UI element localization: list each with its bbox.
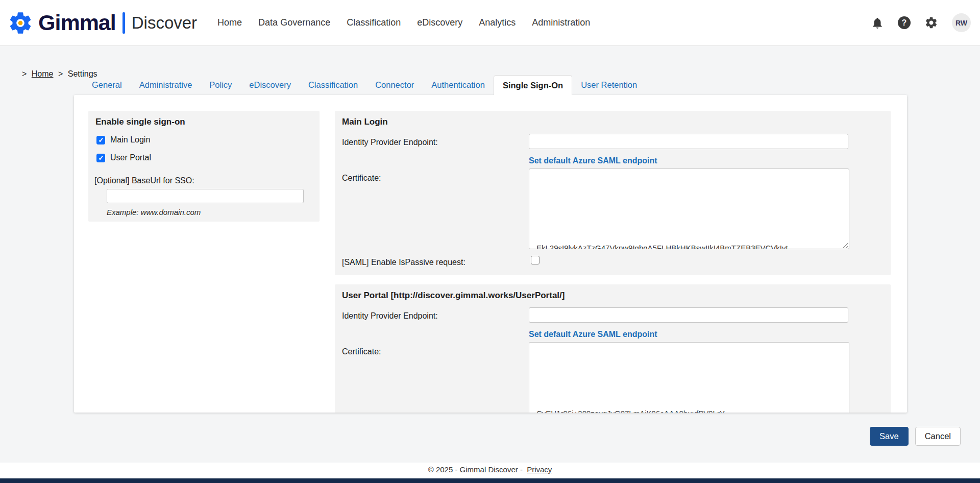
save-button[interactable]: Save (870, 427, 909, 446)
help-icon[interactable]: ? (898, 16, 911, 29)
tab-connector[interactable]: Connector (366, 75, 423, 95)
user-portal-certificate-textarea[interactable]: CyEH1r96i+309zevqJyG87LmAiK96cAAA9buufPV… (529, 342, 849, 413)
nav-item-ediscovery[interactable]: eDiscovery (417, 17, 462, 28)
nav-item-classification[interactable]: Classification (347, 17, 401, 28)
tab-policy[interactable]: Policy (201, 75, 240, 95)
nav-item-administration[interactable]: Administration (532, 17, 590, 28)
user-avatar[interactable]: RW (952, 13, 971, 32)
ispassive-checkbox[interactable] (531, 256, 540, 264)
tab-classification[interactable]: Classification (300, 75, 366, 95)
user-portal-endpoint-input[interactable] (529, 307, 848, 323)
brand-separator (122, 12, 125, 34)
enable-sso-title: Enable single sign-on (95, 117, 185, 127)
footer-copyright: © 2025 - Gimmal Discover - Privacy (0, 463, 980, 478)
tab-general[interactable]: General (83, 75, 131, 95)
user-portal-title: User Portal [http://discover.gimmal.work… (342, 291, 565, 301)
user-portal-checkbox[interactable] (96, 154, 105, 162)
brand-name: Gimmal (38, 10, 116, 35)
main-login-endpoint-label: Identity Provider Endpoint: (342, 138, 438, 147)
notifications-bell-icon[interactable] (871, 16, 884, 30)
tab-single-sign-on[interactable]: Single Sign-On (494, 75, 572, 95)
page-footer: © 2025 - Gimmal Discover - Privacy (0, 463, 980, 483)
cancel-button[interactable]: Cancel (915, 427, 961, 446)
main-login-checkbox[interactable] (96, 136, 105, 144)
footer-accent-bar (0, 478, 980, 483)
baseurl-input[interactable] (107, 189, 304, 203)
brand-product: Discover (132, 13, 197, 33)
baseurl-label: [Optional] BaseUrl for SSO: (94, 176, 194, 185)
app-header: Gimmal Discover Home Data Governance Cla… (0, 0, 980, 46)
tab-user-retention[interactable]: User Retention (572, 75, 646, 95)
settings-gear-icon[interactable] (924, 16, 938, 30)
user-portal-endpoint-label: Identity Provider Endpoint: (342, 311, 438, 321)
textarea-resize-handle[interactable] (842, 242, 848, 248)
privacy-link[interactable]: Privacy (527, 465, 552, 474)
user-portal-panel: User Portal [http://discover.gimmal.work… (335, 284, 891, 413)
form-actions: Save Cancel (870, 427, 961, 446)
main-login-certificate-textarea[interactable]: EkL29sI9lykAzTzG47Vkpw9IqhqA5FLHBkHKBswI… (529, 168, 849, 249)
main-nav: Home Data Governance Classification eDis… (217, 17, 590, 28)
main-login-checkbox-label: Main Login (110, 135, 150, 144)
enable-sso-panel: Enable single sign-on Main Login User Po… (88, 111, 320, 222)
user-portal-certificate-text: CyEH1r96i+309zevqJyG87LmAiK96cAAA9buufPV… (536, 409, 725, 413)
user-portal-certificate-label: Certificate: (342, 347, 381, 356)
main-login-certificate-label: Certificate: (342, 174, 381, 183)
main-login-title: Main Login (342, 117, 388, 127)
main-login-endpoint-input[interactable] (529, 134, 848, 149)
tab-administrative[interactable]: Administrative (131, 75, 201, 95)
user-portal-checkbox-row: User Portal (96, 153, 151, 162)
nav-item-home[interactable]: Home (217, 17, 242, 28)
breadcrumb-prefix: > (22, 69, 27, 78)
ispassive-label: [SAML] Enable IsPassive request: (342, 258, 465, 267)
settings-tab-bar: General Administrative Policy eDiscovery… (83, 75, 646, 95)
footer-copyright-text: © 2025 - Gimmal Discover - (428, 465, 523, 474)
user-portal-azure-saml-link[interactable]: Set default Azure SAML endpoint (529, 330, 657, 339)
baseurl-example-text: Example: www.domain.com (107, 208, 201, 216)
header-actions: ? RW (871, 13, 971, 32)
main-login-certificate-text: EkL29sI9lykAzTzG47Vkpw9IqhqA5FLHBkHKBswI… (536, 244, 788, 249)
tab-authentication[interactable]: Authentication (423, 75, 494, 95)
user-portal-checkbox-label: User Portal (110, 153, 151, 162)
breadcrumb-home-link[interactable]: Home (32, 69, 54, 78)
main-login-checkbox-row: Main Login (96, 135, 150, 144)
tab-ediscovery[interactable]: eDiscovery (240, 75, 300, 95)
brand-gear-icon (7, 10, 34, 36)
brand-logo[interactable]: Gimmal Discover (7, 10, 197, 36)
nav-item-analytics[interactable]: Analytics (479, 17, 516, 28)
main-login-azure-saml-link[interactable]: Set default Azure SAML endpoint (529, 156, 657, 165)
nav-item-data-governance[interactable]: Data Governance (258, 17, 330, 28)
main-login-panel: Main Login Identity Provider Endpoint: S… (335, 111, 891, 275)
single-sign-on-settings-card: Enable single sign-on Main Login User Po… (74, 95, 907, 413)
breadcrumb-separator: > (58, 69, 63, 78)
